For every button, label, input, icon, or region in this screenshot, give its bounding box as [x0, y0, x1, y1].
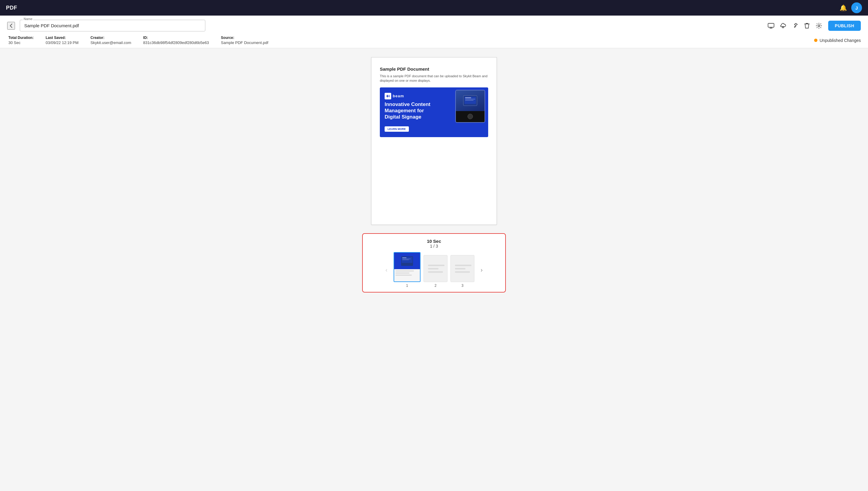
bell-icon[interactable]: 🔔	[840, 4, 847, 11]
back-button[interactable]	[7, 22, 15, 30]
id-meta: ID: 831c36db98f54df2809edf280d6b5e63	[143, 36, 209, 45]
svg-point-1	[818, 25, 820, 27]
pdf-banner: beam Innovative Content Management for D…	[380, 87, 488, 137]
carousel-next-button[interactable]: ›	[477, 265, 486, 275]
total-duration-label: Total Duration:	[8, 36, 33, 40]
svg-rect-6	[465, 100, 474, 100]
last-saved-label: Last Saved:	[46, 36, 79, 40]
svg-rect-0	[768, 23, 774, 27]
thumb-image-2[interactable]	[423, 255, 447, 282]
svg-rect-11	[402, 260, 409, 260]
carousel: 10 Sec 1 / 3 ‹	[362, 233, 506, 292]
app-title: PDF	[6, 5, 18, 11]
svg-rect-10	[402, 259, 411, 259]
badge-dot	[814, 39, 817, 42]
toolbar-icons: PUBLISH	[765, 20, 861, 31]
carousel-row: ‹	[366, 252, 502, 288]
unpublished-badge: Unpublished Changes	[814, 38, 861, 43]
total-duration-meta: Total Duration: 30 Sec	[8, 36, 33, 45]
share-button[interactable]	[789, 20, 801, 31]
carousel-pages: 1 / 3	[366, 244, 502, 249]
name-field-wrap: Name	[20, 20, 205, 31]
subheader: Name	[0, 16, 868, 48]
settings-button[interactable]	[813, 20, 825, 31]
id-label: ID:	[143, 36, 209, 40]
pdf-banner-button[interactable]: LEARN MORE	[385, 126, 409, 132]
publish-button[interactable]: PUBLISH	[828, 21, 861, 31]
creator-meta: Creator: Skykit.user@email.com	[90, 36, 131, 45]
name-input[interactable]	[20, 20, 205, 31]
source-meta: Source: Sample PDF Document.pdf	[221, 36, 268, 45]
carousel-items: 1 2	[394, 252, 474, 288]
monitor-button[interactable]	[765, 20, 777, 31]
subheader-row2: Total Duration: 30 Sec Last Saved: 03/09…	[7, 36, 861, 45]
source-label: Source:	[221, 36, 268, 40]
carousel-time: 10 Sec	[366, 239, 502, 244]
carousel-thumb-3[interactable]: 3	[450, 255, 474, 288]
topbar: PDF 🔔 J	[0, 0, 868, 16]
thumb-image-1[interactable]	[394, 252, 421, 282]
creator-value: Skykit.user@email.com	[90, 40, 131, 45]
carousel-thumb-1[interactable]: 1	[394, 252, 421, 288]
pdf-banner-device	[455, 90, 485, 123]
carousel-prev-button[interactable]: ‹	[382, 265, 391, 275]
delete-button[interactable]	[801, 20, 813, 31]
thumb-image-3[interactable]	[450, 255, 474, 282]
carousel-thumb-2[interactable]: 2	[423, 255, 447, 288]
pdf-page-preview: Sample PDF Document This is a sample PDF…	[371, 57, 497, 225]
thumb-label-1: 1	[406, 284, 408, 288]
thumb-label-3: 3	[461, 284, 463, 288]
last-saved-meta: Last Saved: 03/09/22 12:19 PM	[46, 36, 79, 45]
name-label: Name	[23, 17, 33, 21]
source-value: Sample PDF Document.pdf	[221, 40, 268, 45]
id-value: 831c36db98f54df2809edf280d6b5e63	[143, 40, 209, 45]
pdf-banner-headline: Innovative Content Management for Digita…	[385, 101, 432, 120]
last-saved-value: 03/09/22 12:19 PM	[46, 40, 79, 45]
avatar[interactable]: J	[851, 2, 862, 13]
pdf-doc-title: Sample PDF Document	[380, 66, 488, 71]
beam-logo-text: beam	[393, 94, 404, 98]
svg-rect-4	[465, 97, 471, 98]
subheader-row1: Name	[7, 20, 861, 31]
main-content: Sample PDF Document This is a sample PDF…	[0, 48, 868, 482]
cloud-button[interactable]	[777, 20, 789, 31]
thumb-label-2: 2	[435, 284, 437, 288]
svg-rect-9	[402, 258, 407, 258]
creator-label: Creator:	[90, 36, 131, 40]
unpublished-text: Unpublished Changes	[819, 38, 861, 43]
topbar-right: 🔔 J	[840, 2, 862, 13]
beam-logo-icon	[385, 93, 391, 99]
pdf-doc-desc: This is a sample PDF document that can b…	[380, 74, 488, 83]
total-duration-value: 30 Sec	[8, 40, 33, 45]
svg-rect-5	[465, 99, 475, 99]
